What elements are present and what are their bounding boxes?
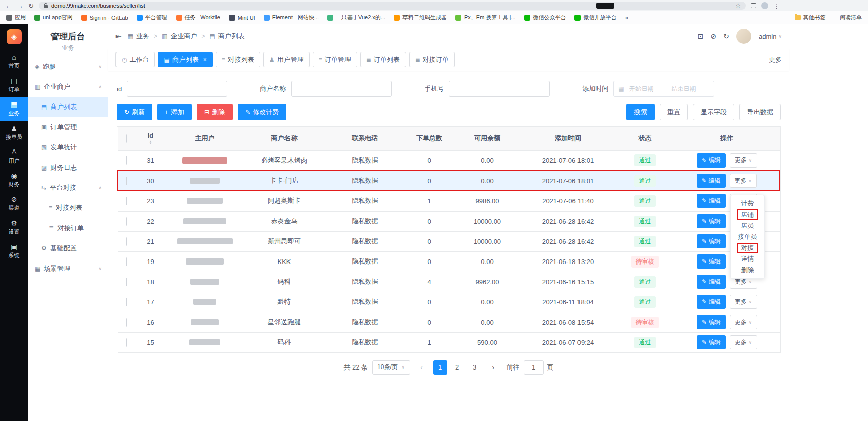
row-checkbox[interactable] [126,237,127,246]
dropdown-item[interactable]: 店员 [731,220,764,231]
sidebar-item[interactable]: ≡对接列表 [28,198,108,218]
bookmark-item[interactable]: 一只基于Vue2.x的... [327,14,385,21]
row-checkbox[interactable] [126,278,127,286]
date-range-picker[interactable]: ▦开始日期结束日期 [613,81,714,97]
edit-button[interactable]: ✎编辑 [697,275,726,289]
edit-button[interactable]: ✎编辑 [697,214,726,228]
page-number-button[interactable]: 1 [433,360,447,375]
bookmark-item[interactable]: 微信开放平台 [574,14,616,21]
toolbar-button[interactable]: 重置 [660,104,688,120]
tab[interactable]: ▤商户列表× [158,52,212,67]
browser-profile-icon[interactable] [761,2,768,9]
bookmark-item[interactable]: 应用 [6,14,26,21]
edit-button[interactable]: ✎编辑 [697,315,726,329]
edit-button[interactable]: ✎编辑 [697,295,726,309]
app-logo[interactable]: ◈ [7,29,22,44]
tabs-more-button[interactable]: 更多 [769,55,782,64]
sidebar-item[interactable]: ▥企业商户∧ [28,77,108,97]
dropdown-item[interactable]: 接单员 [731,231,764,242]
more-button[interactable]: 更多∨ [730,174,757,188]
rail-item[interactable]: ◉财务 [0,168,28,192]
dropdown-item[interactable]: 删除 [731,265,764,276]
edit-button[interactable]: ✎编辑 [697,174,726,188]
more-button[interactable]: 更多∨ [730,153,757,168]
bookmark-item[interactable]: Px、Em 换算工具 |... [455,14,515,21]
sidebar-item[interactable]: ▨财务日志 [28,157,108,178]
page-number-button[interactable]: 2 [450,360,465,375]
rail-item[interactable]: ▤订单 [0,73,28,97]
user-menu[interactable]: admin ∨ [759,33,782,40]
back-icon[interactable]: ← [5,3,12,9]
goto-page-input[interactable] [524,360,544,375]
row-checkbox[interactable] [126,217,127,226]
toolbar-button[interactable]: +添加 [157,104,192,120]
row-checkbox[interactable] [126,257,127,266]
bookmark-item[interactable]: uni-app官网 [34,14,73,21]
rail-item[interactable]: ⊘渠道 [0,192,28,216]
user-avatar[interactable] [736,29,751,44]
tab[interactable]: ≡对接列表 [216,52,260,67]
edit-button[interactable]: ✎编辑 [697,234,726,248]
row-checkbox[interactable] [126,318,127,327]
sidebar-item[interactable]: ⚙基础配置 [28,238,108,258]
bookmark-item[interactable]: Element - 网站快... [264,14,319,21]
toolbar-button[interactable]: 导出数据 [739,104,781,120]
clear-cache-icon[interactable]: ⊘ [711,32,717,40]
filter-input[interactable] [291,81,392,97]
dropdown-item[interactable]: 店铺 [731,209,764,220]
dropdown-item[interactable]: 对接 [731,242,764,253]
more-button[interactable]: 更多∨ [730,335,757,349]
rail-item[interactable]: ♟接单员 [0,121,28,144]
bookmarks-overflow-icon[interactable]: » [625,14,628,21]
bookmark-item[interactable]: Sign in · GitLab [81,15,128,21]
dropdown-item[interactable]: 详情 [731,253,764,265]
rail-item[interactable]: ▦业务 [0,97,28,121]
tab[interactable]: ≣对接订单 [409,52,455,67]
rail-item[interactable]: ▣系统 [0,239,28,263]
sidebar-item[interactable]: ▣订单管理 [28,117,108,137]
extensions-icon[interactable] [751,3,756,8]
toolbar-button[interactable]: 显示字段 [693,104,734,120]
bookmark-item[interactable]: 任务 - Worktile [176,14,220,21]
rail-item[interactable]: ⌂首页 [0,49,28,73]
edit-button[interactable]: ✎编辑 [697,335,726,349]
toolbar-button[interactable]: ⊟删除 [197,104,233,120]
column-header-id[interactable]: Id▲▼ [134,127,167,150]
other-bookmarks[interactable]: 其他书签 [795,14,826,21]
bookmark-item[interactable]: 微信公众平台 [524,14,566,21]
browser-menu-icon[interactable]: ⋮ [773,3,780,9]
tab[interactable]: ♟用户管理 [263,52,310,67]
tab[interactable]: ≡订单管理 [313,52,357,67]
tab-close-icon[interactable]: × [203,56,207,63]
sort-desc-icon[interactable]: ▼ [149,142,152,144]
tab[interactable]: ≣订单列表 [360,52,406,67]
reading-list[interactable]: ≡ 阅读清单 [834,14,862,21]
sidebar-item[interactable]: ≣对接订单 [28,218,108,238]
edit-button[interactable]: ✎编辑 [697,153,726,168]
sidebar-item[interactable]: ▤商户列表 [28,97,108,117]
refresh-page-icon[interactable]: ↻ [723,32,729,40]
tab[interactable]: ◷工作台 [115,52,155,67]
reload-icon[interactable]: ↻ [28,3,34,9]
breadcrumb-item[interactable]: 企业商户 [170,32,197,41]
row-checkbox[interactable] [126,338,127,347]
bookmark-star-icon[interactable]: ☆ [735,2,741,9]
dropdown-item[interactable]: 计费 [731,198,764,209]
edit-button[interactable]: ✎编辑 [697,194,726,208]
sidebar-item[interactable]: ⇆平台对接∧ [28,178,108,198]
breadcrumb-item[interactable]: 业务 [136,32,149,41]
next-page-button[interactable]: › [486,360,500,375]
rail-item[interactable]: ⚙设置 [0,216,28,239]
row-checkbox[interactable] [126,298,127,306]
bookmark-item[interactable]: 平台管理 [137,14,167,21]
forward-icon[interactable]: → [17,3,23,9]
row-checkbox[interactable] [126,197,127,205]
bookmark-item[interactable]: Mint UI [229,15,255,21]
more-button[interactable]: 更多∨ [730,295,757,309]
row-checkbox[interactable] [126,177,127,185]
toolbar-button[interactable]: ↻刷新 [117,104,152,120]
toolbar-button[interactable]: ✎修改计费 [238,104,286,120]
sidebar-item[interactable]: ▦场景管理∨ [28,258,108,279]
edit-button[interactable]: ✎编辑 [697,254,726,269]
bookmark-item[interactable]: 草料二维码生成器 [394,14,447,21]
